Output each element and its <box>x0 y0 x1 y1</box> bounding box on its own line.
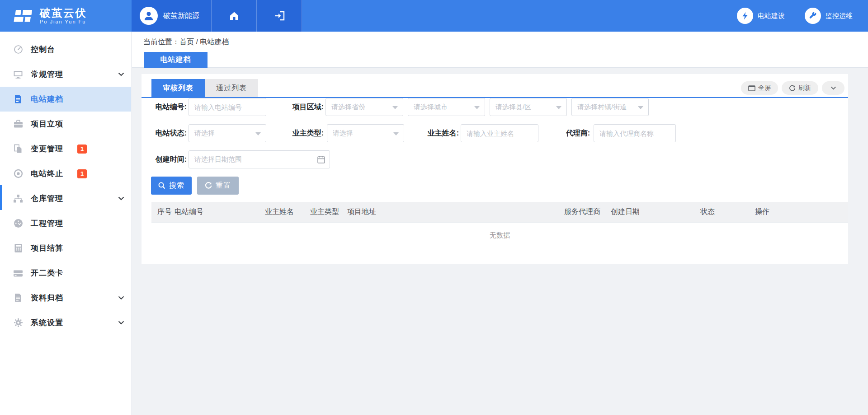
sidebar-item-station-terminate[interactable]: 电站终止 1 <box>0 161 131 186</box>
copy-icon <box>13 144 23 154</box>
sidebar-item-station-archive[interactable]: 电站建档 <box>0 87 131 112</box>
refresh-icon <box>789 85 796 92</box>
col-owner-name: 业主姓名 <box>265 207 310 217</box>
reset-icon <box>205 182 212 189</box>
agent-input[interactable] <box>594 124 676 142</box>
owner-type-label: 业主类型: <box>290 129 324 138</box>
chevron-down-icon <box>118 296 124 300</box>
refresh-button[interactable]: 刷新 <box>782 81 818 95</box>
card-icon <box>13 268 23 278</box>
date-range-picker[interactable]: 请选择日期范围 <box>189 150 330 168</box>
caret-down-icon <box>392 106 398 109</box>
page-tab-station-archive[interactable]: 电站建档 <box>144 52 208 68</box>
signout-icon <box>274 10 285 21</box>
owner-name-input[interactable] <box>461 124 538 142</box>
town-select[interactable]: 请选择村镇/街道 <box>571 98 649 116</box>
calendar-icon <box>317 155 325 163</box>
nav-station-build[interactable]: 电站建设 <box>737 8 785 24</box>
wrench-icon <box>808 11 817 20</box>
user-name: 破茧新能源 <box>163 11 199 21</box>
county-select[interactable]: 请选择县/区 <box>490 98 567 116</box>
city-select[interactable]: 请选择城市 <box>408 98 485 116</box>
col-index: 序号 <box>157 207 175 217</box>
fullscreen-icon <box>748 85 755 91</box>
home-button[interactable] <box>212 0 257 32</box>
caret-down-icon <box>556 106 561 109</box>
col-actions: 操作 <box>755 207 848 217</box>
owner-name-label: 业主姓名: <box>422 129 459 138</box>
region-label: 项目区域: <box>290 103 324 112</box>
station-terminate-badge: 1 <box>77 169 87 178</box>
sidebar-item-change-mgmt[interactable]: 变更管理 1 <box>0 136 131 161</box>
content-panel: 全屏 刷新 审核列表 通过列表 电站编号: 项目区域: 请选择省份 <box>142 74 848 264</box>
nav-monitor-ops[interactable]: 监控运维 <box>805 8 853 24</box>
search-button[interactable]: 搜索 <box>151 177 192 195</box>
empty-state-text: 无数据 <box>151 223 848 252</box>
change-mgmt-badge: 1 <box>77 145 87 154</box>
sidebar-item-project-initiation[interactable]: 项目立项 <box>0 112 131 136</box>
breadcrumb-prefix: 当前位置： <box>143 38 179 46</box>
col-station-no: 电站编号 <box>175 207 265 217</box>
station-status-label: 电站状态: <box>151 129 187 138</box>
collapse-toolbar-button[interactable] <box>822 81 844 95</box>
chevron-down-icon <box>118 321 124 325</box>
nav-monitor-ops-label: 监控运维 <box>826 12 853 20</box>
user-menu[interactable]: 破茧新能源 <box>132 0 212 32</box>
sidebar-item-engineering-mgmt[interactable]: 工程管理 <box>0 211 131 236</box>
sidebar-scrollbar-thumb[interactable] <box>0 185 2 210</box>
top-header: 破茧云伏 Po Jian Yun Fu 破茧新能源 <box>0 0 868 32</box>
document-icon <box>13 94 23 104</box>
gauge-icon <box>13 219 23 228</box>
nav-station-build-label: 电站建设 <box>758 12 785 20</box>
sidebar-item-data-archive[interactable]: 资料归档 <box>0 285 131 310</box>
monitor-icon <box>13 70 23 79</box>
user-icon <box>143 10 155 22</box>
chevron-down-icon <box>118 72 124 76</box>
agent-label: 代理商: <box>563 129 590 138</box>
brand-logo: 破茧云伏 Po Jian Yun Fu <box>0 0 132 32</box>
owner-type-select[interactable]: 请选择 <box>327 124 404 142</box>
station-no-input[interactable] <box>189 98 266 116</box>
lightning-icon <box>741 11 750 20</box>
caret-down-icon <box>638 106 643 109</box>
signout-button[interactable] <box>257 0 302 32</box>
sidebar-item-general-mgmt[interactable]: 常规管理 <box>0 62 131 87</box>
reset-button[interactable]: 重置 <box>197 177 239 195</box>
fullscreen-button[interactable]: 全屏 <box>741 81 778 95</box>
col-owner-type: 业主类型 <box>310 207 347 217</box>
caret-down-icon <box>255 132 261 135</box>
archive-file-icon <box>13 293 23 303</box>
search-icon <box>158 182 165 189</box>
tab-passed-list[interactable]: 通过列表 <box>205 79 258 97</box>
sidebar-item-console[interactable]: 控制台 <box>0 37 131 62</box>
caret-down-icon <box>393 132 399 135</box>
brand-subtitle: Po Jian Yun Fu <box>40 19 87 24</box>
col-created-date: 创建日期 <box>611 207 700 217</box>
sidebar-item-system-settings[interactable]: 系统设置 <box>0 310 131 335</box>
sidebar-item-warehouse-mgmt[interactable]: 仓库管理 <box>0 186 131 211</box>
chevron-down-icon <box>118 196 124 201</box>
station-no-label: 电站编号: <box>151 103 187 112</box>
tab-review-list[interactable]: 审核列表 <box>151 79 205 97</box>
sidebar-item-open-card[interactable]: 开二类卡 <box>0 261 131 285</box>
col-service-agent: 服务代理商 <box>564 207 611 217</box>
app-root: 破茧云伏 Po Jian Yun Fu 破茧新能源 <box>0 0 868 415</box>
target-icon <box>13 169 23 179</box>
breadcrumb-bar: 当前位置：首页 / 电站建档 电站建档 <box>132 32 868 68</box>
briefcase-icon <box>13 119 23 129</box>
caret-down-icon <box>474 106 480 109</box>
province-select[interactable]: 请选择省份 <box>326 98 403 116</box>
sidebar: 控制台 常规管理 电站建档 项目立项 <box>0 32 132 415</box>
brand-title: 破茧云伏 <box>40 7 87 19</box>
sitemap-icon <box>13 194 23 204</box>
created-time-label: 创建时间: <box>151 155 187 164</box>
breadcrumb-path[interactable]: 首页 / 电站建档 <box>179 38 229 46</box>
col-status: 状态 <box>700 207 755 217</box>
sidebar-item-project-settlement[interactable]: 项目结算 <box>0 236 131 261</box>
chevron-down-icon <box>830 86 836 90</box>
station-status-select[interactable]: 请选择 <box>189 124 266 142</box>
gear-icon <box>13 318 23 328</box>
brand-logo-icon <box>13 5 34 27</box>
avatar <box>140 7 158 25</box>
breadcrumb: 当前位置：首页 / 电站建档 <box>143 37 229 47</box>
